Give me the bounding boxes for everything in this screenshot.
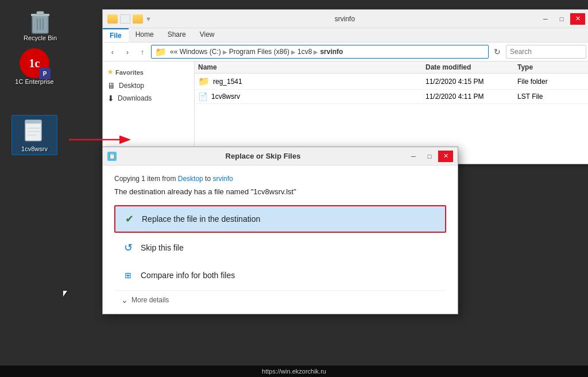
more-details-chevron-icon: ⌄ [121,295,128,305]
refresh-button[interactable]: ↻ [491,45,504,58]
file-row-reg1541[interactable]: 📁 reg_1541 11/2/2020 4:15 PM File folder [195,74,588,90]
path-1cv8: 1cv8 [297,48,312,56]
tab-home[interactable]: Home [129,28,161,42]
address-bar: ‹ › ↑ 📁 «« Windows (C:) ▶ Program Files … [103,43,588,61]
dialog-description: The destination already has a file named… [114,187,446,196]
file-desktop-icon[interactable]: 1cv8wsrv [11,115,57,155]
svg-rect-7 [25,120,41,124]
downloads-sidebar-icon: ⬇ [107,94,114,103]
dialog-from-link[interactable]: Desktop [178,175,203,183]
tab-file[interactable]: File [103,28,129,42]
skip-option-icon: ↺ [121,241,135,255]
explorer-title-bar: ▼ srvinfo ─ □ ✕ [103,10,588,28]
replace-option[interactable]: ✔ Replace the file in the destination [114,205,446,233]
replace-option-label: Replace the file in the destination [142,214,260,224]
recycle-bin-label: Recycle Bin [24,34,57,41]
svg-rect-2 [37,11,44,14]
close-button[interactable]: ✕ [570,13,585,25]
minimize-button[interactable]: ─ [538,13,553,25]
dialog-close-button[interactable]: ✕ [438,151,453,162]
folder-icon [133,14,143,24]
file-date-1cv8wsrv: 11/2/2020 4:11 PM [425,93,517,101]
dialog-to-link[interactable]: srvinfo [212,175,233,183]
url-bar: https://win.ekzorchik.ru [0,366,588,377]
explorer-window: ▼ srvinfo ─ □ ✕ File Home Share View ‹ ›… [102,9,588,164]
dialog-content: Copying 1 item from Desktop to srvinfo T… [103,166,458,314]
url-text: https://win.ekzorchik.ru [262,368,326,375]
col-type-header: Type [517,63,586,71]
path-srvinfo: srvinfo [320,48,343,56]
tab-share[interactable]: Share [161,28,193,42]
file-icon-label: 1cv8wsrv [21,145,48,152]
dialog-title-text: Replace or Skip Files [120,152,406,160]
title-bar-icons: ▼ [107,14,152,24]
compare-option-icon: ⊞ [121,268,135,282]
dialog-window-controls: ─ □ ✕ [406,151,453,162]
ribbon: File Home Share View [103,28,588,43]
file-table-header: Name Date modified Type [195,61,588,74]
enterprise-desktop-icon[interactable]: 1с P 1C Enterprise [11,46,57,87]
col-date-header: Date modified [425,63,517,71]
file-icon-svg [21,118,48,145]
lst-file-row-icon: 📄 [198,92,208,101]
file-name-reg1541: reg_1541 [213,78,425,86]
dialog-subtitle: Copying 1 item from Desktop to srvinfo [114,175,446,183]
search-input[interactable] [506,45,586,59]
sidebar-favorites: 🖥 Desktop ⬇ Downloads [103,78,194,106]
compare-option-label: Compare info for both files [141,271,235,280]
sidebar-item-desktop[interactable]: 🖥 Desktop [103,79,194,92]
skip-option-label: Skip this file [141,243,184,252]
mouse-cursor [63,291,70,297]
address-path[interactable]: 📁 «« Windows (C:) ▶ Program Files (x86) … [151,45,489,59]
more-details-row[interactable]: ⌄ More details [114,290,446,309]
skip-option[interactable]: ↺ Skip this file [114,235,446,260]
dialog-minimize-button[interactable]: ─ [406,151,421,162]
dialog-maximize-button[interactable]: □ [422,151,437,162]
new-doc-icon [120,14,130,24]
dialog-title-bar: 📋 Replace or Skip Files ─ □ ✕ [103,147,458,166]
sidebar-item-downloads[interactable]: ⬇ Downloads [103,92,194,105]
back-button[interactable]: ‹ [106,45,119,58]
compare-option[interactable]: ⊞ Compare info for both files [114,263,446,288]
forward-button[interactable]: › [121,45,134,58]
replace-option-icon: ✔ [122,212,136,226]
path-windows: «« Windows (C:) [170,48,221,56]
folder-row-icon: 📁 [198,76,210,87]
desktop: Recycle Bin 1с P 1C Enterprise 1cv8wsrv [0,0,588,377]
favorites-header: ★ Favorites [103,66,194,78]
quick-access-icon [107,14,118,24]
favorites-star-icon: ★ [107,68,113,76]
file-type-reg1541: File folder [517,78,586,86]
more-details-label: More details [131,296,169,304]
file-type-1cv8wsrv: LST File [517,93,586,101]
path-programfiles: Program Files (x86) [229,48,289,56]
up-button[interactable]: ↑ [136,45,149,58]
tab-view[interactable]: View [193,28,222,42]
file-date-reg1541: 11/2/2020 4:15 PM [425,78,517,86]
replace-skip-dialog: 📋 Replace or Skip Files ─ □ ✕ Copying 1 … [102,147,458,314]
maximize-button[interactable]: □ [554,13,569,25]
explorer-window-controls[interactable]: ─ □ ✕ [538,13,585,25]
path-folder-icon: 📁 [155,47,167,57]
desktop-sidebar-icon: 🖥 [107,81,115,90]
explorer-title: srvinfo [152,15,538,23]
dialog-icon: 📋 [107,152,117,161]
col-name-header: Name [198,63,425,71]
recycle-bin-icon[interactable]: Recycle Bin [17,5,63,44]
file-name-1cv8wsrv: 1cv8wsrv [211,93,425,101]
recycle-bin-svg [26,7,54,34]
file-row-1cv8wsrv[interactable]: 📄 1cv8wsrv 11/2/2020 4:11 PM LST File [195,90,588,104]
